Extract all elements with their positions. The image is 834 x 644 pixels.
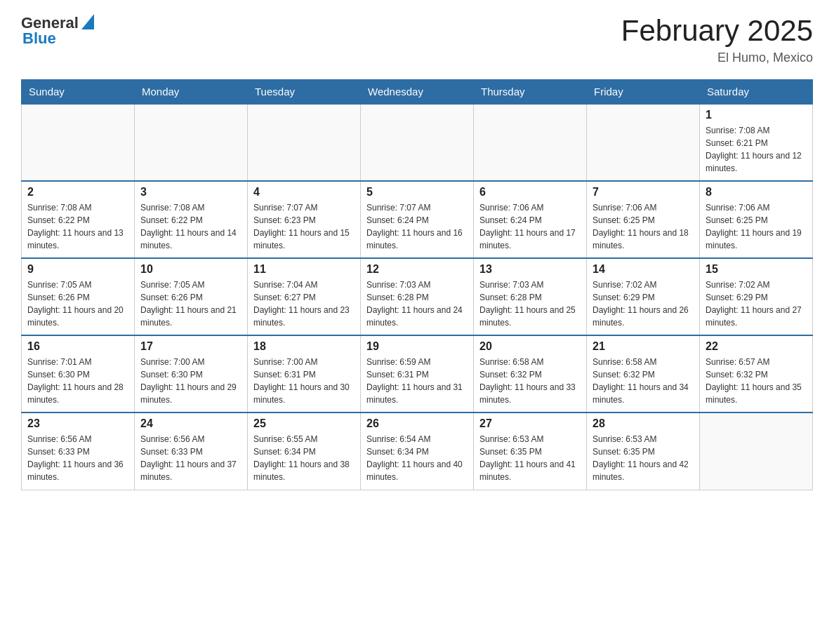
day-number: 19 [366, 340, 468, 353]
week-row: 23Sunrise: 6:56 AM Sunset: 6:33 PM Dayli… [22, 412, 813, 490]
calendar-cell [700, 412, 813, 490]
day-info: Sunrise: 6:58 AM Sunset: 6:32 PM Dayligh… [479, 356, 581, 406]
day-of-week-header: Thursday [474, 80, 587, 105]
day-number: 13 [479, 263, 581, 276]
day-info: Sunrise: 7:03 AM Sunset: 6:28 PM Dayligh… [479, 279, 581, 329]
day-info: Sunrise: 7:05 AM Sunset: 6:26 PM Dayligh… [27, 279, 128, 329]
day-of-week-header: Sunday [22, 80, 135, 105]
day-of-week-header: Friday [587, 80, 700, 105]
day-info: Sunrise: 7:01 AM Sunset: 6:30 PM Dayligh… [27, 356, 128, 406]
calendar-cell: 10Sunrise: 7:05 AM Sunset: 6:26 PM Dayli… [135, 258, 248, 335]
day-info: Sunrise: 7:06 AM Sunset: 6:25 PM Dayligh… [706, 201, 807, 252]
day-info: Sunrise: 6:54 AM Sunset: 6:34 PM Dayligh… [366, 433, 468, 483]
day-number: 3 [140, 186, 241, 199]
svg-marker-0 [81, 14, 94, 29]
calendar-cell: 14Sunrise: 7:02 AM Sunset: 6:29 PM Dayli… [587, 258, 700, 335]
day-number: 28 [593, 417, 694, 430]
calendar-cell: 7Sunrise: 7:06 AM Sunset: 6:25 PM Daylig… [587, 181, 700, 258]
day-info: Sunrise: 7:02 AM Sunset: 6:29 PM Dayligh… [706, 279, 807, 329]
calendar-cell: 23Sunrise: 6:56 AM Sunset: 6:33 PM Dayli… [22, 412, 135, 490]
calendar-cell: 9Sunrise: 7:05 AM Sunset: 6:26 PM Daylig… [22, 258, 135, 335]
calendar-cell: 16Sunrise: 7:01 AM Sunset: 6:30 PM Dayli… [22, 335, 135, 412]
day-number: 11 [253, 263, 355, 276]
calendar-cell: 12Sunrise: 7:03 AM Sunset: 6:28 PM Dayli… [361, 258, 474, 335]
calendar-cell: 4Sunrise: 7:07 AM Sunset: 6:23 PM Daylig… [248, 181, 361, 258]
calendar-cell: 3Sunrise: 7:08 AM Sunset: 6:22 PM Daylig… [135, 181, 248, 258]
calendar-cell [474, 104, 587, 181]
day-info: Sunrise: 6:57 AM Sunset: 6:32 PM Dayligh… [706, 356, 807, 406]
title-section: February 2025 El Humo, Mexico [621, 14, 813, 65]
day-number: 7 [593, 186, 694, 199]
day-number: 18 [253, 340, 355, 353]
day-info: Sunrise: 7:00 AM Sunset: 6:31 PM Dayligh… [253, 356, 355, 406]
day-info: Sunrise: 6:55 AM Sunset: 6:34 PM Dayligh… [253, 433, 355, 483]
week-row: 1Sunrise: 7:08 AM Sunset: 6:21 PM Daylig… [22, 104, 813, 181]
day-number: 10 [140, 263, 241, 276]
day-number: 17 [140, 340, 241, 353]
day-info: Sunrise: 7:02 AM Sunset: 6:29 PM Dayligh… [593, 279, 694, 329]
calendar-cell: 1Sunrise: 7:08 AM Sunset: 6:21 PM Daylig… [700, 104, 813, 181]
calendar-cell [135, 104, 248, 181]
day-number: 5 [366, 186, 468, 199]
calendar-cell: 27Sunrise: 6:53 AM Sunset: 6:35 PM Dayli… [474, 412, 587, 490]
day-number: 21 [593, 340, 694, 353]
day-number: 22 [706, 340, 807, 353]
day-number: 16 [27, 340, 128, 353]
day-info: Sunrise: 6:59 AM Sunset: 6:31 PM Dayligh… [366, 356, 468, 406]
day-info: Sunrise: 7:04 AM Sunset: 6:27 PM Dayligh… [253, 279, 355, 329]
day-of-week-header: Wednesday [361, 80, 474, 105]
day-number: 27 [479, 417, 581, 430]
calendar-cell [587, 104, 700, 181]
day-info: Sunrise: 7:00 AM Sunset: 6:30 PM Dayligh… [140, 356, 241, 406]
calendar-cell: 28Sunrise: 6:53 AM Sunset: 6:35 PM Dayli… [587, 412, 700, 490]
day-info: Sunrise: 7:06 AM Sunset: 6:25 PM Dayligh… [593, 201, 694, 252]
calendar-table: SundayMondayTuesdayWednesdayThursdayFrid… [21, 79, 813, 490]
calendar-cell: 17Sunrise: 7:00 AM Sunset: 6:30 PM Dayli… [135, 335, 248, 412]
day-info: Sunrise: 7:03 AM Sunset: 6:28 PM Dayligh… [366, 279, 468, 329]
calendar-cell: 20Sunrise: 6:58 AM Sunset: 6:32 PM Dayli… [474, 335, 587, 412]
day-number: 1 [706, 109, 807, 121]
calendar-cell: 6Sunrise: 7:06 AM Sunset: 6:24 PM Daylig… [474, 181, 587, 258]
week-row: 2Sunrise: 7:08 AM Sunset: 6:22 PM Daylig… [22, 181, 813, 258]
page-header: General Blue February 2025 El Humo, Mexi… [21, 14, 813, 65]
week-row: 9Sunrise: 7:05 AM Sunset: 6:26 PM Daylig… [22, 258, 813, 335]
day-number: 4 [253, 186, 355, 199]
calendar-cell: 2Sunrise: 7:08 AM Sunset: 6:22 PM Daylig… [22, 181, 135, 258]
day-number: 26 [366, 417, 468, 430]
day-number: 23 [27, 417, 128, 430]
calendar-header-row: SundayMondayTuesdayWednesdayThursdayFrid… [22, 80, 813, 105]
day-info: Sunrise: 7:07 AM Sunset: 6:23 PM Dayligh… [253, 201, 355, 252]
calendar-cell: 13Sunrise: 7:03 AM Sunset: 6:28 PM Dayli… [474, 258, 587, 335]
day-of-week-header: Saturday [700, 80, 813, 105]
calendar-cell: 24Sunrise: 6:56 AM Sunset: 6:33 PM Dayli… [135, 412, 248, 490]
calendar-cell: 18Sunrise: 7:00 AM Sunset: 6:31 PM Dayli… [248, 335, 361, 412]
day-number: 20 [479, 340, 581, 353]
day-number: 25 [253, 417, 355, 430]
week-row: 16Sunrise: 7:01 AM Sunset: 6:30 PM Dayli… [22, 335, 813, 412]
day-number: 2 [27, 186, 128, 199]
day-number: 6 [479, 186, 581, 199]
day-info: Sunrise: 6:56 AM Sunset: 6:33 PM Dayligh… [140, 433, 241, 483]
calendar-cell: 5Sunrise: 7:07 AM Sunset: 6:24 PM Daylig… [361, 181, 474, 258]
day-number: 24 [140, 417, 241, 430]
calendar-cell: 8Sunrise: 7:06 AM Sunset: 6:25 PM Daylig… [700, 181, 813, 258]
day-of-week-header: Monday [135, 80, 248, 105]
logo-arrow-icon [81, 14, 94, 29]
day-number: 12 [366, 263, 468, 276]
month-title: February 2025 [621, 14, 813, 48]
calendar-cell [248, 104, 361, 181]
calendar-cell: 15Sunrise: 7:02 AM Sunset: 6:29 PM Dayli… [700, 258, 813, 335]
day-number: 9 [27, 263, 128, 276]
day-number: 8 [706, 186, 807, 199]
calendar-cell [361, 104, 474, 181]
calendar-cell: 26Sunrise: 6:54 AM Sunset: 6:34 PM Dayli… [361, 412, 474, 490]
calendar-cell: 19Sunrise: 6:59 AM Sunset: 6:31 PM Dayli… [361, 335, 474, 412]
day-info: Sunrise: 7:07 AM Sunset: 6:24 PM Dayligh… [366, 201, 468, 252]
day-of-week-header: Tuesday [248, 80, 361, 105]
calendar-cell: 22Sunrise: 6:57 AM Sunset: 6:32 PM Dayli… [700, 335, 813, 412]
day-info: Sunrise: 7:06 AM Sunset: 6:24 PM Dayligh… [479, 201, 581, 252]
location-text: El Humo, Mexico [621, 51, 813, 65]
day-info: Sunrise: 7:08 AM Sunset: 6:22 PM Dayligh… [140, 201, 241, 252]
logo-blue-text: Blue [22, 29, 56, 48]
day-info: Sunrise: 6:58 AM Sunset: 6:32 PM Dayligh… [593, 356, 694, 406]
